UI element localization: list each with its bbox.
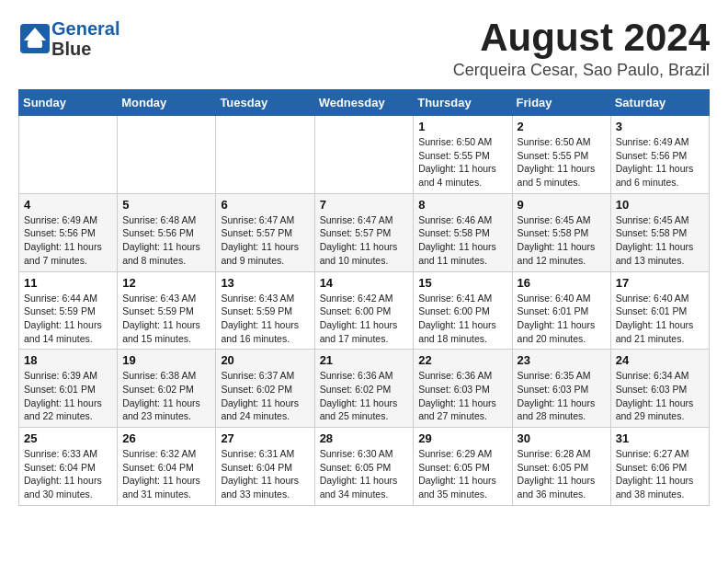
calendar-cell-12: 8Sunrise: 6:46 AM Sunset: 5:58 PM Daylig…: [414, 193, 512, 271]
day-detail: Sunrise: 6:43 AM Sunset: 5:59 PM Dayligh…: [122, 292, 210, 346]
calendar-cell-22: 18Sunrise: 6:39 AM Sunset: 6:01 PM Dayli…: [19, 350, 118, 428]
calendar-body: 1Sunrise: 6:50 AM Sunset: 5:55 PM Daylig…: [19, 116, 710, 506]
calendar-cell-35: 31Sunrise: 6:27 AM Sunset: 6:06 PM Dayli…: [610, 428, 709, 506]
location-title: Cerqueira Cesar, Sao Paulo, Brazil: [453, 61, 710, 80]
logo-line2: Blue: [51, 39, 119, 59]
calendar-cell-29: 25Sunrise: 6:33 AM Sunset: 6:04 PM Dayli…: [19, 428, 118, 506]
day-number: 7: [320, 198, 409, 212]
day-detail: Sunrise: 6:39 AM Sunset: 6:01 PM Dayligh…: [24, 369, 112, 423]
day-detail: Sunrise: 6:35 AM Sunset: 6:03 PM Dayligh…: [518, 369, 606, 423]
day-detail: Sunrise: 6:38 AM Sunset: 6:02 PM Dayligh…: [122, 369, 210, 423]
calendar-cell-16: 12Sunrise: 6:43 AM Sunset: 5:59 PM Dayli…: [118, 271, 216, 350]
weekday-header-friday: Friday: [512, 90, 610, 116]
calendar-cell-3: [216, 116, 314, 194]
calendar-cell-6: 2Sunrise: 6:50 AM Sunset: 5:55 PM Daylig…: [512, 116, 610, 194]
day-detail: Sunrise: 6:49 AM Sunset: 5:56 PM Dayligh…: [616, 135, 704, 190]
day-detail: Sunrise: 6:31 AM Sunset: 6:04 PM Dayligh…: [221, 447, 309, 501]
day-detail: Sunrise: 6:40 AM Sunset: 6:01 PM Dayligh…: [616, 292, 704, 346]
calendar-cell-10: 6Sunrise: 6:47 AM Sunset: 5:57 PM Daylig…: [216, 193, 314, 271]
day-number: 11: [24, 276, 112, 290]
day-number: 4: [24, 198, 112, 212]
calendar-cell-32: 28Sunrise: 6:30 AM Sunset: 6:05 PM Dayli…: [314, 428, 414, 506]
day-detail: Sunrise: 6:48 AM Sunset: 5:56 PM Dayligh…: [122, 213, 210, 268]
calendar-week-5: 25Sunrise: 6:33 AM Sunset: 6:04 PM Dayli…: [19, 428, 710, 506]
calendar-header-row: SundayMondayTuesdayWednesdayThursdayFrid…: [19, 90, 710, 116]
calendar-cell-15: 11Sunrise: 6:44 AM Sunset: 5:59 PM Dayli…: [19, 271, 118, 350]
page-header: General Blue August 2024 Cerqueira Cesar…: [18, 18, 710, 80]
calendar-cell-26: 22Sunrise: 6:36 AM Sunset: 6:03 PM Dayli…: [414, 350, 512, 428]
day-detail: Sunrise: 6:37 AM Sunset: 6:02 PM Dayligh…: [221, 369, 309, 423]
day-number: 29: [418, 431, 506, 445]
weekday-header-wednesday: Wednesday: [314, 90, 414, 116]
day-number: 6: [221, 198, 309, 212]
calendar-cell-28: 24Sunrise: 6:34 AM Sunset: 6:03 PM Dayli…: [610, 350, 709, 428]
logo-icon: [18, 22, 51, 55]
day-detail: Sunrise: 6:40 AM Sunset: 6:01 PM Dayligh…: [518, 292, 606, 346]
logo-line1: General: [51, 18, 119, 39]
day-detail: Sunrise: 6:44 AM Sunset: 5:59 PM Dayligh…: [24, 292, 112, 346]
day-number: 21: [320, 353, 409, 367]
calendar-cell-7: 3Sunrise: 6:49 AM Sunset: 5:56 PM Daylig…: [610, 116, 709, 194]
weekday-header-monday: Monday: [118, 90, 216, 116]
day-number: 2: [518, 120, 606, 133]
weekday-header-tuesday: Tuesday: [216, 90, 314, 116]
day-number: 8: [418, 198, 506, 212]
day-detail: Sunrise: 6:43 AM Sunset: 5:59 PM Dayligh…: [221, 292, 309, 346]
day-number: 13: [221, 276, 309, 290]
calendar-cell-33: 29Sunrise: 6:29 AM Sunset: 6:05 PM Dayli…: [414, 428, 512, 506]
weekday-header-thursday: Thursday: [414, 90, 512, 116]
day-number: 15: [418, 276, 506, 290]
day-detail: Sunrise: 6:45 AM Sunset: 5:58 PM Dayligh…: [616, 213, 704, 268]
calendar-cell-1: [19, 116, 118, 194]
day-detail: Sunrise: 6:50 AM Sunset: 5:55 PM Dayligh…: [518, 135, 606, 190]
logo: General Blue: [18, 18, 119, 59]
day-detail: Sunrise: 6:49 AM Sunset: 5:56 PM Dayligh…: [24, 213, 112, 268]
day-detail: Sunrise: 6:47 AM Sunset: 5:57 PM Dayligh…: [221, 213, 309, 268]
day-number: 14: [320, 276, 409, 290]
svg-rect-2: [28, 40, 42, 48]
day-number: 1: [418, 120, 506, 133]
day-number: 23: [518, 353, 606, 367]
calendar-cell-24: 20Sunrise: 6:37 AM Sunset: 6:02 PM Dayli…: [216, 350, 314, 428]
day-detail: Sunrise: 6:36 AM Sunset: 6:02 PM Dayligh…: [320, 369, 409, 423]
day-detail: Sunrise: 6:47 AM Sunset: 5:57 PM Dayligh…: [320, 213, 409, 268]
day-number: 31: [616, 431, 704, 445]
day-detail: Sunrise: 6:27 AM Sunset: 6:06 PM Dayligh…: [616, 447, 704, 501]
calendar-week-4: 18Sunrise: 6:39 AM Sunset: 6:01 PM Dayli…: [19, 350, 710, 428]
calendar-cell-30: 26Sunrise: 6:32 AM Sunset: 6:04 PM Dayli…: [118, 428, 216, 506]
day-number: 27: [221, 431, 309, 445]
day-number: 16: [518, 276, 606, 290]
day-number: 22: [418, 353, 506, 367]
calendar-cell-19: 15Sunrise: 6:41 AM Sunset: 6:00 PM Dayli…: [414, 271, 512, 350]
day-number: 30: [518, 431, 606, 445]
calendar-cell-18: 14Sunrise: 6:42 AM Sunset: 6:00 PM Dayli…: [314, 271, 414, 350]
calendar-cell-23: 19Sunrise: 6:38 AM Sunset: 6:02 PM Dayli…: [118, 350, 216, 428]
day-detail: Sunrise: 6:42 AM Sunset: 6:00 PM Dayligh…: [320, 292, 409, 346]
day-number: 18: [24, 353, 112, 367]
day-number: 24: [616, 353, 704, 367]
day-detail: Sunrise: 6:33 AM Sunset: 6:04 PM Dayligh…: [24, 447, 112, 501]
day-number: 19: [122, 353, 210, 367]
calendar-cell-21: 17Sunrise: 6:40 AM Sunset: 6:01 PM Dayli…: [610, 271, 709, 350]
title-section: August 2024 Cerqueira Cesar, Sao Paulo, …: [453, 18, 710, 80]
day-number: 17: [616, 276, 704, 290]
calendar-cell-31: 27Sunrise: 6:31 AM Sunset: 6:04 PM Dayli…: [216, 428, 314, 506]
calendar-cell-4: [314, 116, 414, 194]
day-number: 9: [518, 198, 606, 212]
day-detail: Sunrise: 6:45 AM Sunset: 5:58 PM Dayligh…: [518, 213, 606, 268]
calendar-cell-25: 21Sunrise: 6:36 AM Sunset: 6:02 PM Dayli…: [314, 350, 414, 428]
day-detail: Sunrise: 6:28 AM Sunset: 6:05 PM Dayligh…: [518, 447, 606, 501]
month-title: August 2024: [453, 18, 710, 57]
calendar-cell-8: 4Sunrise: 6:49 AM Sunset: 5:56 PM Daylig…: [19, 193, 118, 271]
day-detail: Sunrise: 6:30 AM Sunset: 6:05 PM Dayligh…: [320, 447, 409, 501]
calendar-cell-34: 30Sunrise: 6:28 AM Sunset: 6:05 PM Dayli…: [512, 428, 610, 506]
calendar-week-3: 11Sunrise: 6:44 AM Sunset: 5:59 PM Dayli…: [19, 271, 710, 350]
day-detail: Sunrise: 6:34 AM Sunset: 6:03 PM Dayligh…: [616, 369, 704, 423]
day-detail: Sunrise: 6:41 AM Sunset: 6:00 PM Dayligh…: [418, 292, 506, 346]
calendar-cell-5: 1Sunrise: 6:50 AM Sunset: 5:55 PM Daylig…: [414, 116, 512, 194]
calendar-table: SundayMondayTuesdayWednesdayThursdayFrid…: [18, 89, 710, 506]
day-detail: Sunrise: 6:36 AM Sunset: 6:03 PM Dayligh…: [418, 369, 506, 423]
calendar-cell-11: 7Sunrise: 6:47 AM Sunset: 5:57 PM Daylig…: [314, 193, 414, 271]
day-number: 12: [122, 276, 210, 290]
day-number: 5: [122, 198, 210, 212]
